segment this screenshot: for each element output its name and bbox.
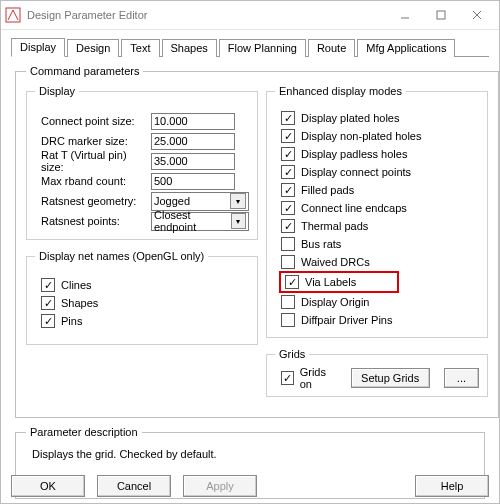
- svg-rect-2: [437, 11, 445, 19]
- max-rband-label: Max rband count:: [35, 175, 151, 187]
- netname-label: Clines: [61, 279, 92, 291]
- netname-shapes[interactable]: Shapes: [35, 294, 249, 312]
- grids-legend: Grids: [275, 348, 309, 360]
- enhanced-display-plated-holes[interactable]: Display plated holes: [275, 109, 479, 127]
- help-button[interactable]: Help: [415, 475, 489, 497]
- enhanced-label: Filled pads: [301, 184, 354, 196]
- titlebar: Design Parameter Editor: [1, 1, 499, 30]
- display-legend: Display: [35, 85, 79, 97]
- parameter-description-text: Displays the grid. Checked by default.: [26, 446, 474, 470]
- display-net-names-group: Display net names (OpenGL only) ClinesSh…: [26, 250, 258, 345]
- netname-label: Pins: [61, 315, 82, 327]
- app-icon: [5, 7, 21, 23]
- command-parameters-legend: Command parameters: [26, 65, 143, 77]
- enhanced-display-origin[interactable]: Display Origin: [275, 293, 479, 311]
- dialog-button-bar: OK Cancel Apply Help: [1, 475, 499, 497]
- enhanced-thermal-pads[interactable]: Thermal pads: [275, 217, 479, 235]
- apply-button[interactable]: Apply: [183, 475, 257, 497]
- enhanced-display-modes-legend: Enhanced display modes: [275, 85, 406, 97]
- setup-grids-more-button[interactable]: ...: [444, 368, 480, 388]
- drc-marker-size-input[interactable]: [151, 133, 235, 150]
- checkbox-icon: [281, 237, 295, 251]
- netname-pins[interactable]: Pins: [35, 312, 249, 330]
- connect-point-size-input[interactable]: [151, 113, 235, 130]
- checkbox-icon: [41, 314, 55, 328]
- enhanced-label: Connect line endcaps: [301, 202, 407, 214]
- tab-mfg-applications[interactable]: Mfg Applications: [357, 39, 455, 57]
- enhanced-label: Display Origin: [301, 296, 369, 308]
- enhanced-display-padless-holes[interactable]: Display padless holes: [275, 145, 479, 163]
- enhanced-label: Via Labels: [305, 276, 356, 288]
- checkbox-icon: [281, 295, 295, 309]
- tab-text[interactable]: Text: [121, 39, 159, 57]
- checkbox-icon: [281, 129, 295, 143]
- tab-design[interactable]: Design: [67, 39, 119, 57]
- enhanced-diffpair-driver-pins[interactable]: Diffpair Driver Pins: [275, 311, 479, 329]
- enhanced-connect-line-endcaps[interactable]: Connect line endcaps: [275, 199, 479, 217]
- ratsnest-points-select[interactable]: Closest endpoint▾: [151, 212, 249, 231]
- checkbox-icon: [281, 255, 295, 269]
- ratsnest-geometry-label: Ratsnest geometry:: [35, 195, 151, 207]
- enhanced-label: Display plated holes: [301, 112, 399, 124]
- checkbox-icon: [281, 183, 295, 197]
- enhanced-label: Diffpair Driver Pins: [301, 314, 393, 326]
- netname-clines[interactable]: Clines: [35, 276, 249, 294]
- tab-shapes[interactable]: Shapes: [162, 39, 217, 57]
- ratsnest-geometry-value: Jogged: [154, 195, 190, 207]
- checkbox-icon: [41, 278, 55, 292]
- checkbox-icon: [281, 111, 295, 125]
- minimize-button[interactable]: [387, 4, 423, 26]
- close-button[interactable]: [459, 4, 495, 26]
- ratsnest-points-label: Ratsnest points:: [35, 215, 151, 227]
- display-net-names-legend: Display net names (OpenGL only): [35, 250, 208, 262]
- checkbox-icon: [285, 275, 299, 289]
- chevron-down-icon: ▾: [231, 213, 246, 229]
- via-labels-highlight: Via Labels: [279, 271, 399, 293]
- tabstrip: DisplayDesignTextShapesFlow PlanningRout…: [11, 36, 489, 57]
- enhanced-via-labels[interactable]: Via Labels: [285, 273, 356, 291]
- command-parameters-group: Command parameters Display Connect point…: [15, 65, 499, 418]
- enhanced-label: Display connect points: [301, 166, 411, 178]
- tab-flow-planning[interactable]: Flow Planning: [219, 39, 306, 57]
- chevron-down-icon: ▾: [230, 193, 246, 209]
- maximize-button[interactable]: [423, 4, 459, 26]
- enhanced-label: Display padless holes: [301, 148, 407, 160]
- checkbox-icon: [281, 147, 295, 161]
- parameter-description-legend: Parameter description: [26, 426, 142, 438]
- checkbox-icon: [281, 313, 295, 327]
- setup-grids-button[interactable]: Setup Grids: [351, 368, 430, 388]
- enhanced-label: Bus rats: [301, 238, 341, 250]
- checkbox-icon: [281, 165, 295, 179]
- display-group: Display Connect point size: DRC marker s…: [26, 85, 258, 240]
- grids-group: Grids Grids on Setup Grids ...: [266, 348, 488, 397]
- grids-on-label: Grids on: [300, 366, 337, 390]
- checkbox-icon: [41, 296, 55, 310]
- enhanced-display-non-plated-holes[interactable]: Display non-plated holes: [275, 127, 479, 145]
- ok-button[interactable]: OK: [11, 475, 85, 497]
- grids-on-checkbox[interactable]: [281, 371, 294, 385]
- enhanced-filled-pads[interactable]: Filled pads: [275, 181, 479, 199]
- enhanced-display-modes-group: Enhanced display modes Display plated ho…: [266, 85, 488, 338]
- enhanced-bus-rats[interactable]: Bus rats: [275, 235, 479, 253]
- checkbox-icon: [281, 219, 295, 233]
- enhanced-waived-drcs[interactable]: Waived DRCs: [275, 253, 479, 271]
- rat-t-size-label: Rat T (Virtual pin) size:: [35, 149, 151, 173]
- enhanced-label: Display non-plated holes: [301, 130, 421, 142]
- ratsnest-geometry-select[interactable]: Jogged▾: [151, 192, 249, 211]
- tab-display[interactable]: Display: [11, 38, 65, 57]
- tab-route[interactable]: Route: [308, 39, 355, 57]
- drc-marker-size-label: DRC marker size:: [35, 135, 151, 147]
- max-rband-input[interactable]: [151, 173, 235, 190]
- cancel-button[interactable]: Cancel: [97, 475, 171, 497]
- connect-point-size-label: Connect point size:: [35, 115, 151, 127]
- enhanced-label: Waived DRCs: [301, 256, 370, 268]
- rat-t-size-input[interactable]: [151, 153, 235, 170]
- window-title: Design Parameter Editor: [27, 9, 387, 21]
- enhanced-label: Thermal pads: [301, 220, 368, 232]
- netname-label: Shapes: [61, 297, 98, 309]
- checkbox-icon: [281, 201, 295, 215]
- ratsnest-points-value: Closest endpoint: [154, 209, 231, 233]
- enhanced-display-connect-points[interactable]: Display connect points: [275, 163, 479, 181]
